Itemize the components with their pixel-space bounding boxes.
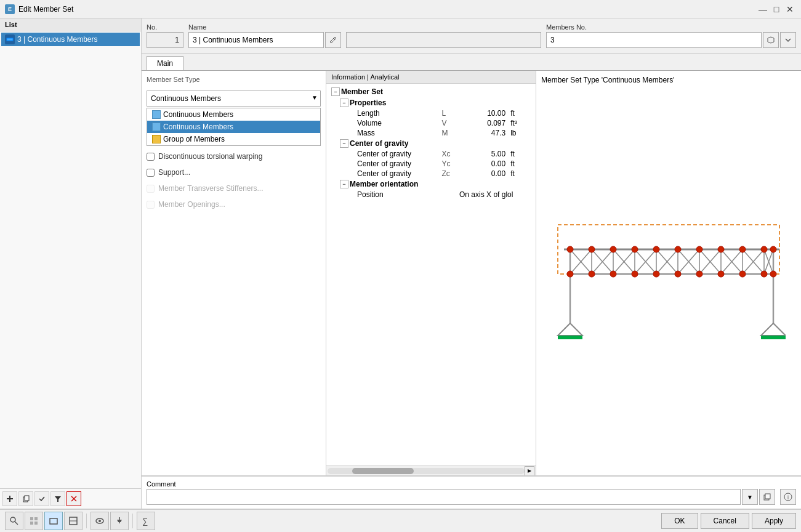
table-row-properties: − Properties bbox=[329, 97, 533, 108]
filter-button[interactable] bbox=[50, 491, 65, 506]
svg-point-73 bbox=[10, 517, 15, 522]
option-label-1: Continuous Members bbox=[163, 110, 233, 119]
svg-point-51 bbox=[739, 246, 746, 252]
cancel-button[interactable]: Cancel bbox=[701, 513, 749, 529]
checkbox-support-label[interactable]: Support... bbox=[158, 168, 190, 177]
scroll-thumb[interactable] bbox=[352, 468, 414, 474]
checkbox-transverse-label: Member Transverse Stiffeners... bbox=[158, 184, 264, 193]
checkbox-discontinuous-label[interactable]: Discontinuous torsional warping bbox=[158, 152, 262, 161]
table-tool-button[interactable] bbox=[64, 512, 83, 530]
svg-rect-0 bbox=[7, 38, 13, 41]
table-row-orientation-header: − Member orientation bbox=[329, 179, 533, 190]
close-button[interactable]: ✕ bbox=[784, 3, 796, 15]
value-yc: 0.00 bbox=[457, 159, 508, 169]
bottom-right-area: i bbox=[780, 489, 796, 505]
option-icon-blue bbox=[152, 110, 161, 119]
members-no-input[interactable] bbox=[546, 32, 762, 48]
checkbox-discontinuous[interactable] bbox=[147, 153, 155, 161]
dropdown-option-continuous-1[interactable]: Continuous Members bbox=[147, 108, 320, 121]
label-orientation: Member orientation bbox=[350, 180, 418, 188]
list-area[interactable]: 3 | Continuous Members bbox=[0, 31, 141, 488]
list-item-icon bbox=[5, 34, 15, 44]
eye-tool-button[interactable] bbox=[91, 512, 109, 530]
svg-point-46 bbox=[632, 246, 638, 252]
list-item-label: 3 | Continuous Members bbox=[17, 35, 98, 44]
checkbox-support[interactable] bbox=[147, 169, 155, 177]
label-position: Position bbox=[329, 190, 439, 200]
unit-yc: ft bbox=[508, 159, 533, 169]
expander-orientation[interactable]: − bbox=[340, 180, 348, 188]
svg-point-49 bbox=[696, 246, 702, 252]
checkbox-transverse[interactable] bbox=[147, 185, 155, 193]
grid-tool-button[interactable] bbox=[25, 512, 43, 530]
checkbox-openings[interactable] bbox=[147, 201, 155, 209]
tree-area[interactable]: − Member Set − bbox=[326, 84, 536, 465]
list-panel: List 3 | Continuous Members bbox=[0, 18, 142, 509]
extra-input[interactable] bbox=[346, 32, 541, 48]
value-xc: 5.00 bbox=[457, 149, 508, 159]
navigate-button[interactable] bbox=[780, 32, 796, 48]
name-input[interactable] bbox=[188, 32, 324, 48]
select-members-button[interactable] bbox=[763, 32, 779, 48]
dropdown-option-continuous-2[interactable]: Continuous Members bbox=[147, 121, 320, 133]
list-toolbar bbox=[0, 488, 141, 509]
delete-button[interactable] bbox=[66, 491, 81, 506]
truss-svg bbox=[552, 219, 786, 342]
table-row-length: Length L 10.00 ft bbox=[329, 108, 533, 118]
select-tool-button[interactable] bbox=[44, 512, 63, 530]
checkbox-openings-label: Member Openings... bbox=[158, 200, 225, 209]
symbol-zc: Zc bbox=[439, 169, 457, 179]
table-row-mass: Mass M 47.3 lb bbox=[329, 128, 533, 138]
members-no-label: Members No. bbox=[546, 23, 796, 31]
bottom-toolbar: ∑ OK Cancel Apply bbox=[0, 509, 801, 532]
svg-point-60 bbox=[696, 271, 702, 277]
expander-cog[interactable]: − bbox=[340, 139, 348, 148]
comment-dropdown-button[interactable]: ▼ bbox=[742, 489, 758, 505]
copy-button[interactable] bbox=[18, 491, 33, 506]
svg-rect-77 bbox=[30, 522, 33, 525]
comment-input-row: ▼ bbox=[147, 489, 775, 505]
scroll-track[interactable] bbox=[328, 468, 525, 474]
expander-properties[interactable]: − bbox=[340, 99, 348, 107]
label-member-set: Member Set bbox=[341, 87, 383, 96]
scroll-right-button[interactable]: ▶ bbox=[525, 466, 534, 476]
ok-button[interactable]: OK bbox=[661, 513, 698, 529]
comment-input[interactable] bbox=[147, 489, 741, 505]
members-no-field-group: Members No. bbox=[546, 23, 796, 48]
tab-main[interactable]: Main bbox=[147, 56, 183, 71]
svg-point-62 bbox=[739, 271, 746, 277]
table-row-member-set: − Member Set bbox=[329, 86, 533, 97]
tabs-bar: Main bbox=[142, 54, 801, 70]
svg-text:i: i bbox=[787, 494, 789, 501]
list-item[interactable]: 3 | Continuous Members bbox=[1, 33, 140, 46]
checkbox-openings-row: Member Openings... bbox=[147, 199, 321, 210]
minimize-button[interactable]: — bbox=[757, 3, 769, 15]
unit-length: ft bbox=[508, 108, 533, 118]
add-button[interactable] bbox=[2, 491, 17, 506]
no-input[interactable] bbox=[147, 32, 183, 48]
comment-copy-button[interactable] bbox=[759, 489, 775, 505]
member-set-type-dropdown[interactable]: Continuous Members ▼ bbox=[147, 91, 321, 107]
calc-tool-button[interactable]: ∑ bbox=[137, 512, 155, 530]
search-tool-button[interactable] bbox=[5, 512, 23, 530]
check-button[interactable] bbox=[34, 491, 49, 506]
dropdown-option-group[interactable]: Group of Members bbox=[147, 133, 320, 145]
horizontal-scrollbar[interactable]: ▶ bbox=[326, 465, 536, 475]
expander-member-set[interactable]: − bbox=[331, 87, 340, 96]
svg-rect-75 bbox=[30, 517, 33, 520]
svg-point-53 bbox=[770, 246, 776, 252]
symbol-xc: Xc bbox=[439, 149, 457, 159]
svg-point-64 bbox=[770, 271, 776, 277]
info-button[interactable]: i bbox=[780, 489, 796, 505]
dropdown-selected-value: Continuous Members bbox=[151, 94, 221, 103]
table-row-volume: Volume V 0.097 ft³ bbox=[329, 118, 533, 128]
name-field-group: Name bbox=[188, 23, 341, 48]
truss-diagram bbox=[541, 89, 796, 470]
svg-point-58 bbox=[653, 271, 659, 277]
value-position: On axis X of glol bbox=[457, 190, 533, 200]
maximize-button[interactable]: □ bbox=[770, 3, 783, 15]
edit-name-button[interactable] bbox=[325, 32, 341, 48]
option-icon-blue-2 bbox=[152, 123, 161, 131]
apply-button[interactable]: Apply bbox=[752, 513, 796, 529]
pin-tool-button[interactable] bbox=[110, 512, 129, 530]
